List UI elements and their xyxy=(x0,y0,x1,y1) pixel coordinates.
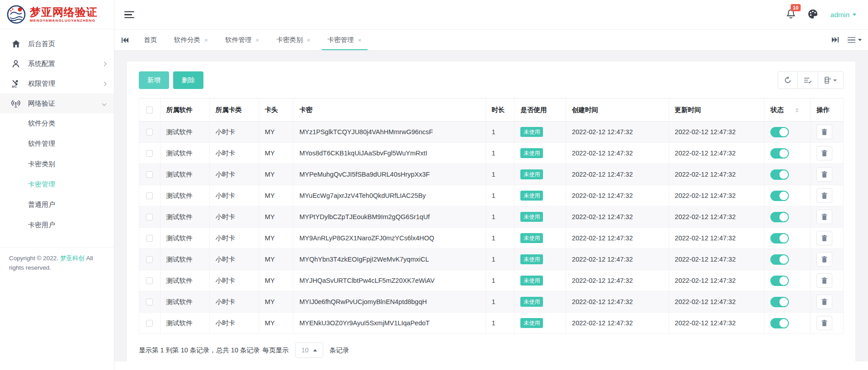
status-toggle[interactable] xyxy=(770,148,789,159)
sidebar-subitem-software-manage[interactable]: 软件管理 xyxy=(0,134,114,154)
sidebar-subitem-software-category[interactable]: 软件分类 xyxy=(0,113,114,134)
cell-prefix: MY xyxy=(259,228,293,249)
row-checkbox[interactable] xyxy=(146,192,153,199)
col-status[interactable]: 状态 xyxy=(764,98,810,122)
cell-software: 测试软件 xyxy=(160,270,209,291)
close-icon[interactable]: × xyxy=(204,37,208,43)
user-menu[interactable]: admin xyxy=(830,11,856,19)
row-checkbox[interactable] xyxy=(146,299,153,305)
copyright-brand-link[interactable]: 梦亚科创 xyxy=(60,255,85,262)
cell-key: MYPtYDylbCZpTJEoukBM9Im2gQG6Sr1qUf xyxy=(293,206,486,228)
row-checkbox[interactable] xyxy=(146,171,153,178)
close-icon[interactable]: × xyxy=(307,37,310,43)
tab-label: 卡密管理 xyxy=(328,36,354,44)
columns-button[interactable]: × xyxy=(818,71,844,89)
close-icon[interactable]: × xyxy=(358,37,362,43)
status-toggle[interactable] xyxy=(770,254,789,265)
refresh-button[interactable] xyxy=(778,71,798,89)
cell-created: 2022-02-12 12:47:32 xyxy=(566,291,669,313)
sidebar-subitem-card-manage[interactable]: 卡密管理 xyxy=(0,174,114,195)
status-toggle[interactable] xyxy=(770,297,789,307)
delete-row-button[interactable] xyxy=(816,295,832,309)
cell-created: 2022-02-12 12:47:32 xyxy=(566,249,669,270)
cell-key: MYz1PSglkTCQYJU80j4VAhHMmrwG96ncsF xyxy=(293,122,486,143)
row-checkbox[interactable] xyxy=(146,214,153,220)
cell-key: MYENkU3OZ0Yr9AyuI5SxmjMV1LIqaPedoT xyxy=(293,313,486,334)
card-panel: 新增 删除 xyxy=(127,61,855,361)
sidebar-subitem-normal-user[interactable]: 普通用户 xyxy=(0,195,114,215)
sidebar-subitem-label: 软件分类 xyxy=(28,119,55,128)
cell-updated: 2022-02-12 12:47:32 xyxy=(669,313,764,334)
status-toggle[interactable] xyxy=(770,169,789,180)
cell-software: 测试软件 xyxy=(160,164,209,185)
row-checkbox[interactable] xyxy=(146,150,153,157)
permissions-icon: A/C xyxy=(11,80,20,88)
tab-software-category[interactable]: 软件分类 × xyxy=(165,30,217,50)
status-toggle[interactable] xyxy=(770,191,789,201)
tab-home[interactable]: 首页 xyxy=(135,30,165,50)
row-checkbox[interactable] xyxy=(146,235,153,242)
cell-software: 测试软件 xyxy=(160,206,209,228)
tab-card-manage[interactable]: 卡密管理 × xyxy=(319,30,370,50)
table-row: 测试软件 小时卡 MY MY9AnRLyP8G2X1NaroZFJ0mzYCs6… xyxy=(139,228,844,249)
sidebar-submenu: 软件分类 软件管理 卡密类别 卡密管理 普通用户 卡密用户 xyxy=(0,113,114,235)
delete-row-button[interactable] xyxy=(816,146,832,160)
delete-button[interactable]: 删除 xyxy=(173,71,203,89)
status-toggle[interactable] xyxy=(770,276,789,286)
theme-button[interactable] xyxy=(808,9,818,21)
cell-prefix: MY xyxy=(259,164,293,185)
delete-row-button[interactable] xyxy=(816,188,832,203)
col-software: 所属软件 xyxy=(160,98,209,122)
col-prefix: 卡头 xyxy=(259,98,293,122)
tabs-scroll-right-button[interactable] xyxy=(832,36,839,44)
row-checkbox[interactable] xyxy=(146,256,153,263)
delete-row-button[interactable] xyxy=(816,273,832,288)
status-toggle[interactable] xyxy=(770,318,789,328)
page-size-select[interactable]: 10 xyxy=(295,342,323,358)
status-toggle[interactable] xyxy=(770,127,789,137)
tab-card-category[interactable]: 卡密类别 × xyxy=(268,30,319,50)
sidebar-item-network-verify[interactable]: 网络验证 xyxy=(0,94,114,113)
sidebar-subitem-label: 卡密类别 xyxy=(28,160,55,169)
add-button[interactable]: 新增 xyxy=(139,71,169,89)
cell-updated: 2022-02-12 12:47:32 xyxy=(669,164,764,185)
toggle-view-button[interactable] xyxy=(798,71,818,89)
cell-software: 测试软件 xyxy=(160,228,209,249)
status-toggle[interactable] xyxy=(770,212,789,222)
cell-software: 测试软件 xyxy=(160,185,209,206)
delete-row-button[interactable] xyxy=(816,316,832,330)
tab-software-manage[interactable]: 软件管理 × xyxy=(217,30,268,50)
tabs-scroll-left-button[interactable] xyxy=(114,30,135,50)
sidebar-subitem-card-category[interactable]: 卡密类别 xyxy=(0,154,114,174)
sidebar-item-permissions[interactable]: A/C 权限管理 xyxy=(0,74,114,94)
delete-row-button[interactable] xyxy=(816,167,832,182)
cell-key: MYPeMuhgQvCJI5fSBa9dURL40sHrypXx3F xyxy=(293,164,486,185)
footer-strip xyxy=(114,361,868,370)
tabs-options-button[interactable] xyxy=(848,36,862,45)
row-checkbox[interactable] xyxy=(146,320,153,327)
used-badge: 未使用 xyxy=(520,254,543,264)
cell-created: 2022-02-12 12:47:32 xyxy=(566,185,669,206)
select-all-checkbox[interactable] xyxy=(146,107,153,113)
cell-duration: 1 xyxy=(486,291,514,313)
sidebar-toggle-button[interactable] xyxy=(124,9,134,20)
sidebar-item-dashboard[interactable]: 后台首页 xyxy=(0,34,114,54)
sidebar: 梦亚网络验证 MENGYAWANGLUOYANZHENG 后台首页 系统配置 xyxy=(0,0,114,370)
delete-row-button[interactable] xyxy=(816,210,832,224)
delete-row-button[interactable] xyxy=(816,231,832,245)
close-icon[interactable]: × xyxy=(255,37,259,43)
delete-row-button[interactable] xyxy=(816,252,832,267)
sidebar-subitem-label: 软件管理 xyxy=(28,140,55,148)
notification-badge: 10 xyxy=(791,4,801,11)
sidebar-subitem-card-user[interactable]: 卡密用户 xyxy=(0,215,114,235)
row-checkbox[interactable] xyxy=(146,277,153,284)
chevron-right-icon xyxy=(102,81,107,86)
cell-card-type: 小时卡 xyxy=(209,291,259,313)
sidebar-item-system-config[interactable]: 系统配置 xyxy=(0,54,114,74)
row-checkbox[interactable] xyxy=(146,129,153,136)
status-toggle[interactable] xyxy=(770,233,789,244)
delete-row-button[interactable] xyxy=(816,125,832,139)
sort-icon[interactable] xyxy=(795,108,799,112)
cell-created: 2022-02-12 12:47:32 xyxy=(566,164,669,185)
notifications-button[interactable]: 10 xyxy=(787,9,795,20)
